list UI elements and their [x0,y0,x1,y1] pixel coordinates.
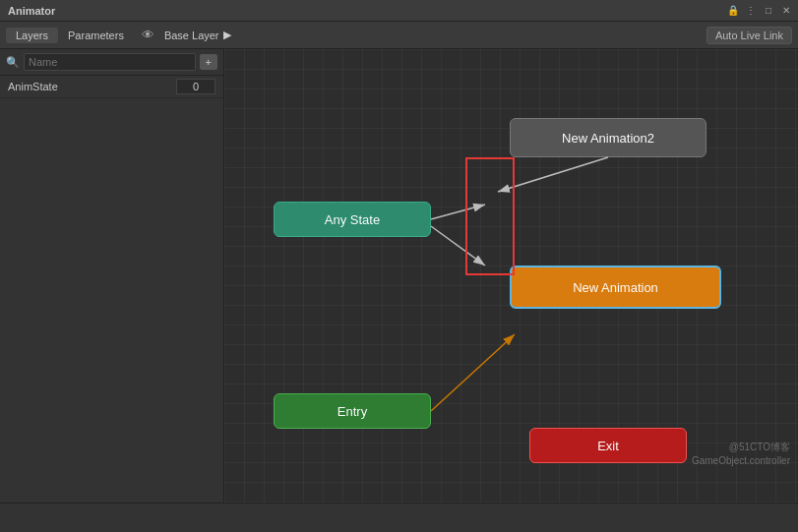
tab-parameters[interactable]: Parameters [58,28,134,43]
search-input[interactable] [24,53,196,71]
tab-layers[interactable]: Layers [6,28,58,43]
animator-canvas: New Animation2 Any State New Animation E… [224,49,798,502]
watermark-line1: @51CTO博客 [692,441,790,454]
search-bar: 🔍 + [0,49,223,76]
maximize-icon[interactable]: □ [763,5,774,17]
status-bar [0,502,798,532]
search-icon: 🔍 [6,56,20,69]
close-icon[interactable]: ✕ [780,5,792,17]
entry-label: Entry [338,404,367,419]
breadcrumb-arrow: ▶ [223,29,231,41]
param-name: AnimState [8,81,176,92]
watermark-line2: GameObject.controller [692,454,790,468]
toolbar: Layers Parameters 👁 Base Layer ▶ Auto Li… [0,22,798,49]
lock-icon[interactable]: 🔒 [727,5,739,17]
node-any-state[interactable]: Any State [274,202,431,237]
node-entry[interactable]: Entry [274,393,431,429]
new-animation-label: New Animation [573,280,658,295]
watermark: @51CTO博客 GameObject.controller [692,441,790,468]
window-controls: 🔒 ⋮ □ ✕ [727,5,792,17]
breadcrumb: Base Layer ▶ [164,29,231,41]
title-bar: Animator 🔒 ⋮ □ ✕ [0,0,798,22]
any-state-label: Any State [325,212,380,227]
add-param-button[interactable]: + [200,54,217,70]
selection-rect [465,157,515,275]
new-animation2-label: New Animation2 [562,131,654,146]
eye-icon[interactable]: 👁 [142,28,154,42]
param-value-input[interactable] [176,79,215,94]
left-panel: 🔍 + AnimState [0,49,224,502]
auto-live-link-button[interactable]: Auto Live Link [706,27,792,44]
node-new-animation[interactable]: New Animation [510,266,721,309]
base-layer-label: Base Layer [164,30,219,41]
param-row: AnimState [0,76,223,98]
node-new-animation2[interactable]: New Animation2 [510,118,706,157]
node-exit[interactable]: Exit [529,428,687,463]
svg-line-5 [431,334,515,411]
menu-icon[interactable]: ⋮ [745,5,757,17]
exit-label: Exit [597,439,619,453]
app-title: Animator [8,5,55,17]
